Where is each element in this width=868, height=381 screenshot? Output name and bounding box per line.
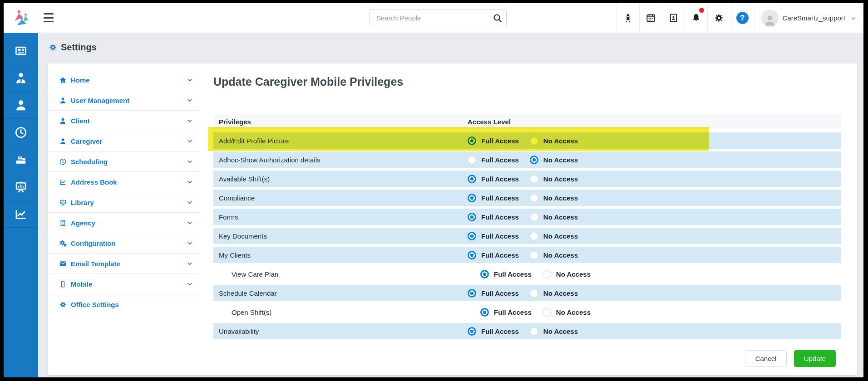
sidebar-item-cash-register[interactable]: [4, 146, 38, 173]
sidebar-item-newspaper[interactable]: [4, 37, 38, 64]
cash-register-icon: [14, 153, 28, 166]
user-icon: [59, 97, 67, 104]
notifications-button[interactable]: [685, 3, 707, 33]
no-access-label: No Access: [543, 156, 578, 164]
full-access-label: Full Access: [481, 156, 519, 164]
menu-toggle-icon[interactable]: [44, 13, 54, 22]
radio-no-access[interactable]: [530, 251, 538, 259]
radio-full-access[interactable]: [468, 194, 476, 202]
radio-full-access[interactable]: [468, 137, 476, 145]
clock-icon: [59, 158, 67, 166]
radio-full-access[interactable]: [480, 308, 489, 317]
radio-no-access[interactable]: [530, 194, 538, 202]
cancel-button[interactable]: Cancel: [745, 350, 787, 367]
newspaper-icon: [14, 44, 28, 58]
notification-badge: [699, 8, 704, 13]
access-level-group: Full AccessNo Access: [468, 156, 578, 164]
line-chart-icon: [59, 178, 67, 186]
radio-no-access[interactable]: [530, 175, 538, 183]
nav-item-mobile[interactable]: Mobile: [48, 274, 199, 294]
nav-item-client[interactable]: Client: [48, 111, 199, 131]
privilege-label: Open Shift(s): [213, 308, 271, 316]
chevron-down-icon: [187, 97, 193, 103]
nav-item-caregiver[interactable]: Caregiver: [48, 131, 199, 151]
sidebar-item-line-chart[interactable]: [4, 200, 38, 228]
radio-no-access[interactable]: [530, 137, 538, 145]
sidebar-item-clock[interactable]: [4, 119, 38, 146]
chevron-down-icon: [187, 158, 193, 165]
full-access-label: Full Access: [481, 194, 519, 202]
nav-item-agency[interactable]: Agency: [48, 213, 199, 233]
user-tie-icon: [14, 71, 28, 85]
radio-full-access[interactable]: [480, 270, 489, 278]
radio-no-access[interactable]: [542, 270, 551, 278]
privilege-label: Unavailability: [213, 327, 259, 335]
privilege-label: Forms: [213, 213, 238, 221]
radio-no-access[interactable]: [530, 156, 538, 164]
radio-full-access[interactable]: [468, 232, 476, 240]
privilege-row: FormsFull AccessNo Access: [213, 209, 841, 225]
nav-item-user-management[interactable]: User Management: [48, 90, 199, 111]
nav-item-configuration[interactable]: Configuration: [48, 233, 199, 254]
radio-no-access[interactable]: [530, 289, 538, 298]
nav-item-email-template[interactable]: Email Template: [48, 254, 199, 274]
user-icon: [59, 137, 67, 145]
help-button[interactable]: ?: [730, 3, 755, 33]
radio-full-access[interactable]: [468, 175, 476, 183]
sidebar-item-presentation-chart[interactable]: [4, 173, 38, 200]
full-access-label: Full Access: [494, 308, 532, 316]
sidebar-item-user-tie[interactable]: [4, 64, 38, 92]
update-button[interactable]: Update: [794, 350, 836, 367]
search-icon[interactable]: [492, 13, 503, 24]
radio-full-access[interactable]: [468, 213, 476, 221]
radio-no-access[interactable]: [530, 213, 538, 221]
no-access-label: No Access: [543, 327, 578, 335]
full-access-label: Full Access: [481, 137, 519, 145]
access-level-group: Full AccessNo Access: [468, 213, 578, 221]
access-level-group: Full AccessNo Access: [480, 270, 591, 278]
radio-no-access[interactable]: [530, 327, 538, 336]
radio-full-access[interactable]: [468, 156, 476, 164]
radio-no-access[interactable]: [530, 232, 538, 240]
radio-full-access[interactable]: [468, 327, 476, 336]
contacts-button[interactable]: [662, 3, 685, 33]
privileges-content: Update Caregiver Mobile Privileges Privi…: [213, 64, 857, 375]
privilege-row: Adhoc-Show Authorization detailsFull Acc…: [213, 151, 841, 168]
no-access-label: No Access: [556, 308, 591, 316]
topbar-actions: ? CareSmartz_support: [616, 3, 859, 33]
user-icon: [14, 98, 28, 112]
privileges-table: Privileges Access Level Add/Edit Profile…: [213, 114, 841, 342]
nav-item-label: Mobile: [71, 280, 187, 288]
radio-full-access[interactable]: [468, 289, 476, 298]
calendar-button[interactable]: [639, 3, 662, 33]
screenshot-frame: ? CareSmartz_support Settings HomeUser M…: [0, 0, 868, 381]
access-level-group: Full AccessNo Access: [468, 232, 578, 240]
no-access-label: No Access: [556, 270, 591, 278]
gear-icon: [714, 13, 724, 23]
nav-item-label: Scheduling: [71, 158, 187, 166]
nav-item-office-settings[interactable]: Office Settings: [48, 294, 199, 315]
id-card-icon: [668, 13, 679, 23]
quick-launch-button[interactable]: [616, 3, 639, 33]
sidebar-item-user[interactable]: [4, 92, 38, 119]
search-input[interactable]: [370, 10, 507, 26]
radio-no-access[interactable]: [542, 308, 551, 317]
page-title: Settings: [38, 33, 863, 53]
gears-icon: [59, 239, 67, 247]
nav-item-address-book[interactable]: Address Book: [48, 172, 199, 192]
nav-item-library[interactable]: Library: [48, 192, 199, 213]
nav-item-scheduling[interactable]: Scheduling: [48, 151, 199, 172]
chevron-down-icon: [187, 281, 193, 287]
chevron-down-icon: [187, 138, 193, 144]
calendar-icon: [646, 13, 656, 23]
user-menu[interactable]: CareSmartz_support: [755, 3, 859, 33]
settings-button[interactable]: [707, 3, 730, 33]
app-logo[interactable]: [4, 3, 38, 33]
no-access-label: No Access: [543, 232, 578, 240]
nav-item-home[interactable]: Home: [48, 70, 199, 90]
settings-gear-icon: [49, 43, 57, 52]
radio-full-access[interactable]: [468, 251, 476, 259]
gears-icon: [59, 239, 67, 247]
chevron-down-icon: [850, 15, 856, 21]
full-access-label: Full Access: [481, 232, 519, 240]
